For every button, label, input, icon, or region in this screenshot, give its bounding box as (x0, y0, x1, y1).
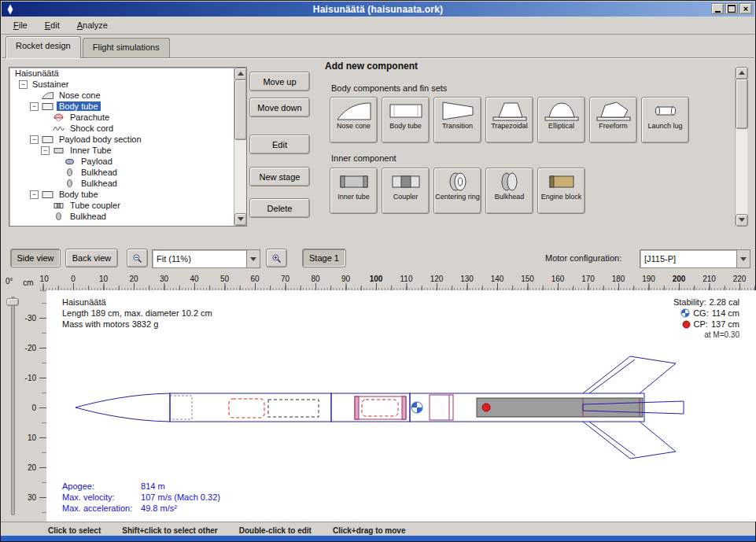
scroll-up-icon (739, 71, 745, 75)
tree-expander-icon[interactable] (30, 135, 39, 144)
ruler-label: 190 (642, 275, 655, 283)
scroll-down-icon (238, 217, 244, 221)
menu-file[interactable]: File (6, 19, 35, 31)
cp-icon (682, 320, 691, 329)
window-icon (5, 4, 16, 15)
tree-item-nose-cone[interactable]: Nose cone (9, 90, 246, 101)
inner-tube-icon (52, 146, 65, 155)
move-up-button[interactable]: Move up (249, 72, 310, 91)
add-bulkhead-button[interactable]: Bulkhead (485, 168, 533, 214)
maximize-button[interactable] (725, 3, 738, 14)
tree-item-inner-tube[interactable]: Inner Tube (9, 145, 246, 156)
launch-lug-icon (647, 100, 684, 122)
body-tube-icon (41, 135, 54, 144)
stability-label: Stability: (673, 297, 706, 308)
max-velocity-value: 107 m/s (Mach 0.32) (141, 492, 220, 502)
tree-item-stage[interactable]: Sustainer (9, 79, 246, 90)
menu-analyze[interactable]: Analyze (70, 19, 115, 31)
add-centering-ring-button[interactable]: Centering ring (433, 168, 481, 214)
move-down-button[interactable]: Move down (249, 98, 310, 117)
inner-component-label: Inner component (331, 153, 396, 163)
tree-item-bulkhead[interactable]: Bulkhead (9, 211, 246, 222)
tree-item-tube-coupler[interactable]: Tube coupler (9, 200, 246, 211)
tree-item-shock-cord[interactable]: Shock cord (9, 123, 246, 134)
zoom-select[interactable]: Fit (11%) (152, 249, 260, 268)
ruler-label: 200 (673, 275, 686, 283)
stage-1-toggle[interactable]: Stage 1 (302, 249, 346, 267)
rotation-slider[interactable] (11, 297, 15, 515)
motor-configuration-label: Motor configuration: (545, 253, 621, 263)
tree-expander-icon[interactable] (19, 80, 28, 89)
apogee-label: Apogee: (62, 481, 138, 492)
trapezoidal-fin-icon (492, 100, 528, 122)
delete-button[interactable]: Delete (249, 198, 310, 218)
tab-rocket-design[interactable]: Rocket design (6, 36, 81, 58)
ruler-label: -10 (25, 374, 36, 382)
new-stage-button[interactable]: New stage (249, 167, 310, 186)
shock-cord-icon (52, 124, 65, 133)
titlebar[interactable]: Haisunäätä (haisunaata.ork) × (2, 2, 754, 17)
scrollbar-thumb[interactable] (234, 79, 247, 140)
add-launch-lug-button[interactable]: Launch lug (641, 97, 689, 143)
tree-expander-icon[interactable] (30, 190, 39, 199)
side-view-button[interactable]: Side view (10, 249, 61, 267)
tree-scrollbar[interactable] (234, 68, 246, 226)
add-elliptical-fin-button[interactable]: Elliptical (537, 97, 585, 143)
tree-item-payload-section[interactable]: Payload body section (9, 134, 246, 145)
close-button[interactable]: × (739, 3, 752, 14)
scroll-up-button[interactable] (234, 68, 247, 80)
rocket-view[interactable]: Haisunäätä Length 189 cm, max. diameter … (46, 290, 756, 522)
add-nose-cone-button[interactable]: Nose cone (330, 97, 378, 143)
scrollbar-thumb[interactable] (736, 79, 748, 129)
ruler-label: 130 (460, 275, 474, 283)
add-panel-scrollbar[interactable] (735, 67, 747, 227)
minimize-button[interactable] (711, 3, 724, 14)
openrocket-window: Haisunäätä (haisunaata.ork) × File Edit … (0, 0, 756, 542)
bulkhead-icon (63, 168, 76, 177)
add-coupler-button[interactable]: Coupler (382, 168, 430, 214)
body-components-label: Body components and fin sets (331, 83, 447, 93)
window-title: Haisunäätä (haisunaata.ork) (2, 4, 754, 15)
cp-value: 137 cm (711, 319, 739, 330)
tab-bar: Rocket design Flight simulations (6, 36, 171, 57)
motor-configuration-select[interactable]: [J115-P] (640, 249, 750, 268)
tree-item-body-tube[interactable]: Body tube (9, 101, 246, 112)
apogee-value: 814 m (141, 481, 165, 491)
tree-item-payload[interactable]: Payload (9, 156, 246, 167)
tab-flight-simulations[interactable]: Flight simulations (83, 38, 170, 57)
add-freeform-fin-button[interactable]: Freeform (589, 97, 637, 143)
hint-double-click: Double-click to edit (239, 526, 312, 535)
tree-item-parachute[interactable]: Parachute (9, 112, 246, 123)
flight-info: Apogee: 814 m Max. velocity: 107 m/s (Ma… (62, 481, 220, 514)
max-acceleration-label: Max. acceleration: (62, 503, 138, 514)
body-tube-icon (41, 190, 54, 199)
inner-tube-icon (336, 171, 372, 193)
tree-item-bulkhead[interactable]: Bulkhead (9, 178, 246, 189)
centering-ring-icon (440, 171, 476, 193)
tree-item-body-tube-2[interactable]: Body tube (9, 189, 246, 200)
edit-button[interactable]: Edit (249, 135, 310, 154)
chevron-down-icon[interactable] (246, 250, 260, 267)
zoom-out-button[interactable] (127, 249, 148, 267)
add-engine-block-button[interactable]: Engine block (537, 168, 585, 214)
add-body-tube-button[interactable]: Body tube (382, 97, 430, 143)
chevron-down-icon[interactable] (736, 250, 750, 267)
add-transition-button[interactable]: Transition (433, 97, 481, 143)
tree-item-rocket[interactable]: Haisunäätä (9, 68, 246, 79)
window-bottom-border (1, 536, 755, 541)
tree-expander-icon[interactable] (30, 102, 39, 111)
add-inner-tube-button[interactable]: Inner tube (330, 168, 378, 214)
scroll-up-button[interactable] (736, 67, 748, 79)
add-trapezoidal-fin-button[interactable]: Trapezoidal (485, 97, 533, 143)
back-view-button[interactable]: Back view (65, 249, 118, 267)
tree-expander-icon[interactable] (41, 146, 50, 155)
coupler-icon (388, 171, 424, 193)
rocket-name: Haisunäätä (62, 297, 212, 308)
scroll-down-button[interactable] (736, 214, 748, 227)
zoom-in-button[interactable] (266, 249, 287, 267)
rocket-mass: Mass with motors 3832 g (62, 319, 212, 330)
menu-edit[interactable]: Edit (38, 19, 67, 31)
tree-item-bulkhead[interactable]: Bulkhead (9, 167, 246, 178)
scroll-down-button[interactable] (234, 213, 247, 226)
ruler-label: 0 (31, 404, 36, 412)
